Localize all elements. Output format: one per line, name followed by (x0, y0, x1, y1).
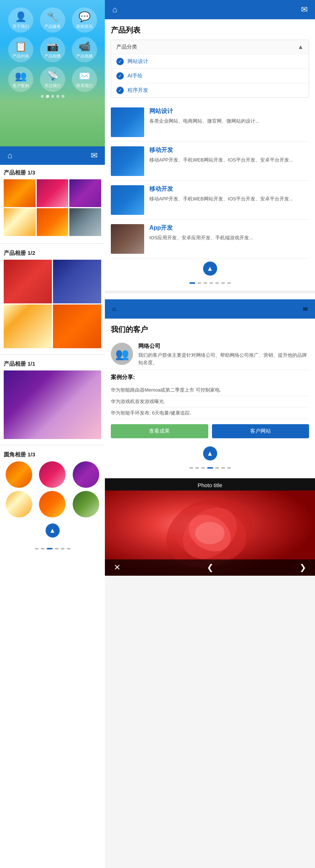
customer-avatar: 👥 (111, 343, 133, 365)
customer-mail-icon[interactable]: ✉ (303, 306, 308, 313)
album-section-3: 产品相册 1/1 (0, 356, 105, 443)
results-button[interactable]: 查看成果 (111, 424, 208, 438)
photo-round-1[interactable] (6, 461, 32, 488)
product-scroll-up-button[interactable]: ▲ (203, 262, 217, 276)
prod-dot-7[interactable] (227, 282, 231, 284)
products-label: 产品列表 (13, 53, 29, 59)
product-item-2[interactable]: 移动开发 移动APP开发、手机WEB网站开发、IOS平台开发、安卓平台开发... (111, 142, 309, 181)
menu-about[interactable]: 👤 关于我们 (8, 7, 33, 33)
menu-services[interactable]: 🔧 产品服务 (40, 7, 65, 33)
cust-dot-3[interactable] (201, 467, 205, 469)
photo-round-6[interactable] (73, 491, 99, 518)
page-dot-3[interactable] (47, 548, 53, 549)
category-item-3[interactable]: ✓ 程序开发 (111, 83, 309, 97)
prod-dot-5[interactable] (215, 282, 219, 284)
category-item-2[interactable]: ✓ AI手绘 (111, 69, 309, 83)
page-dot-1[interactable] (35, 548, 39, 549)
menu-follow[interactable]: 📡 关注我们 (40, 67, 65, 92)
menu-products[interactable]: 📋 产品列表 (8, 37, 33, 62)
left-home-icon[interactable]: ⌂ (7, 151, 12, 160)
page-dot-2[interactable] (41, 548, 44, 549)
photo-cell-3[interactable] (69, 179, 101, 207)
photo-cell-lg-1[interactable] (4, 260, 52, 303)
category-link-1[interactable]: 网站设计 (127, 58, 148, 65)
photo-cell-4[interactable] (4, 208, 36, 236)
prod-dot-3[interactable] (203, 282, 207, 284)
photo-cell-5[interactable] (37, 208, 69, 236)
photo-full[interactable] (4, 370, 101, 439)
cust-dot-1[interactable] (189, 467, 193, 469)
customer-pagination (111, 463, 309, 472)
dot-4[interactable] (56, 95, 59, 98)
dot-3[interactable] (51, 95, 54, 98)
photo-cell-lg-3[interactable] (4, 305, 52, 348)
dot-2[interactable] (46, 95, 49, 98)
cust-dot-7[interactable] (227, 467, 231, 469)
svg-point-5 (195, 522, 225, 544)
product-desc-2: 移动APP开发、手机WEB网站开发、IOS平台开发、安卓平台开发... (149, 156, 309, 164)
check-icon-2: ✓ (116, 72, 124, 80)
product-item-3[interactable]: 移动开发 移动APP开发、手机WEB网站开发、IOS平台开发、安卓平台开发... (111, 181, 309, 220)
category-item-1[interactable]: ✓ 网站设计 (111, 54, 309, 69)
menu-album[interactable]: 📷 产品相册 (40, 37, 65, 62)
photo-cell-lg-2[interactable] (53, 260, 101, 303)
album-icon: 📷 (47, 41, 59, 52)
case-title: 案例分享: (111, 374, 309, 381)
menu-news[interactable]: 💬 新闻资讯 (72, 7, 97, 33)
prod-dot-6[interactable] (221, 282, 225, 284)
right-mail-icon[interactable]: ✉ (301, 5, 308, 14)
divider-1 (0, 243, 105, 244)
product-name-3: 移动开发 (149, 185, 309, 193)
product-item-1[interactable]: 网站设计 各类企业网站、电商网站、微官网、微网站的设计... (111, 103, 309, 142)
album-section-2: 产品相册 1/2 (0, 245, 105, 353)
menu-video[interactable]: 📹 产品视频 (72, 37, 97, 62)
page-dot-4[interactable] (55, 548, 59, 549)
product-up-btn-area: ▲ (111, 259, 309, 279)
hero-dots (0, 95, 105, 98)
dot-1[interactable] (41, 95, 44, 98)
category-header[interactable]: 产品分类 ▲ (111, 40, 309, 54)
case-item-3: 华为智能手环发布: 6天电量/健康追踪. (111, 408, 309, 419)
product-thumb-1 (111, 107, 144, 137)
viewer-prev-button[interactable]: ❮ (207, 563, 213, 572)
viewer-close-button[interactable]: ✕ (114, 563, 120, 572)
cust-dot-6[interactable] (221, 467, 225, 469)
photo-cell-2[interactable] (37, 179, 69, 207)
viewer-next-button[interactable]: ❯ (299, 563, 306, 572)
photo-cell-6[interactable] (69, 208, 101, 236)
photo-round-5[interactable] (39, 491, 66, 518)
page-dot-5[interactable] (61, 548, 64, 549)
cust-dot-5[interactable] (215, 467, 219, 469)
prod-dot-1[interactable] (189, 282, 195, 284)
customer-home-icon[interactable]: ⌂ (112, 306, 116, 312)
left-panel: 👤 关于我们 🔧 产品服务 💬 新闻资讯 📋 产品列表 📷 (0, 0, 105, 868)
photo-cell-1[interactable] (4, 179, 36, 207)
page-dot-6[interactable] (67, 548, 70, 549)
services-label: 产品服务 (44, 24, 61, 29)
right-home-icon[interactable]: ⌂ (112, 5, 117, 14)
left-bottom-nav: ⌂ ✉ (0, 146, 105, 165)
prod-dot-4[interactable] (209, 282, 213, 284)
website-button[interactable]: 客户网站 (212, 424, 309, 438)
contact-label: 联系我们 (76, 83, 93, 89)
product-thumb-3 (111, 185, 144, 215)
menu-contact[interactable]: ✉️ 联系我们 (72, 67, 97, 92)
photo-round-3[interactable] (73, 461, 99, 488)
photo-round-4[interactable] (6, 491, 32, 518)
follow-label: 关注我们 (44, 83, 61, 89)
photo-cell-lg-4[interactable] (53, 305, 101, 348)
scroll-up-button[interactable]: ▲ (46, 523, 60, 538)
cust-dot-4[interactable] (207, 467, 213, 469)
photo-round-2[interactable] (39, 461, 66, 488)
cust-dot-2[interactable] (195, 467, 199, 469)
customer-scroll-up-button[interactable]: ▲ (203, 446, 217, 460)
left-mail-icon[interactable]: ✉ (91, 151, 97, 160)
menu-cases[interactable]: 👥 客户案例 (8, 67, 33, 92)
album-section-1: 产品相册 1/3 (0, 165, 105, 242)
product-item-4[interactable]: App开发 IOS应用开发、安卓应用开发、手机端游戏开发... (111, 220, 309, 259)
category-link-3[interactable]: 程序开发 (127, 87, 148, 94)
product-thumb-4 (111, 224, 144, 254)
category-link-2[interactable]: AI手绘 (127, 73, 143, 79)
prod-dot-2[interactable] (198, 282, 201, 284)
dot-5[interactable] (62, 95, 64, 98)
